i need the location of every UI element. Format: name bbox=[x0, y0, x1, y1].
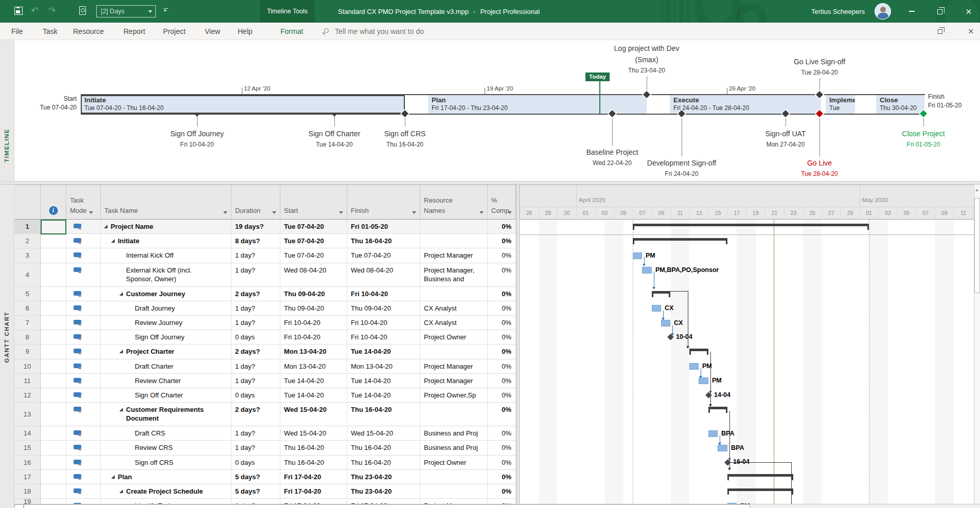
row-number[interactable]: 8 bbox=[14, 330, 41, 344]
cell-start[interactable]: Tue 07-04-20 bbox=[280, 248, 347, 263]
task-bar[interactable] bbox=[708, 430, 718, 437]
summary-bar[interactable] bbox=[708, 407, 727, 409]
task-bar[interactable] bbox=[652, 305, 661, 312]
doc-close-button[interactable]: ✕ bbox=[963, 23, 978, 40]
cell-start[interactable]: Tue 07-04-20 bbox=[280, 220, 347, 234]
selected-cell[interactable] bbox=[41, 220, 66, 234]
redo-icon[interactable]: ↷ bbox=[48, 5, 56, 16]
cell-dur[interactable]: 1 day? bbox=[231, 426, 280, 441]
cell-start[interactable]: Tue 07-04-20 bbox=[280, 234, 347, 248]
cell-dur[interactable]: 1 day? bbox=[231, 374, 280, 388]
cell-start[interactable]: Fri 17-04-20 bbox=[280, 470, 347, 484]
cell-start[interactable]: Thu 09-04-20 bbox=[280, 301, 347, 316]
row-number[interactable]: 5 bbox=[14, 287, 41, 301]
cell-finish[interactable]: Thu 23-04-20 bbox=[347, 484, 420, 499]
gantt-chart-area[interactable]: April 2020May 20202628300103050709111315… bbox=[520, 185, 974, 504]
cell-dur[interactable]: 2 days? bbox=[231, 344, 280, 359]
menu-tab-file[interactable]: File bbox=[11, 23, 23, 40]
cell-info[interactable] bbox=[41, 484, 66, 499]
cell-pct[interactable]: 0% bbox=[488, 248, 516, 263]
row-number[interactable]: 18 bbox=[14, 484, 41, 499]
cell-mode[interactable] bbox=[66, 456, 101, 470]
scroll-up-icon[interactable] bbox=[975, 189, 978, 191]
row-number[interactable]: 7 bbox=[14, 316, 41, 330]
cell-name[interactable]: Draft Charter bbox=[101, 359, 231, 374]
menu-tab-view[interactable]: View bbox=[205, 23, 220, 40]
row-number[interactable]: 9 bbox=[14, 344, 41, 359]
timeline-tools-tab[interactable]: Timeline Tools bbox=[260, 0, 315, 23]
cell-pct[interactable]: 0% bbox=[488, 388, 516, 403]
cell-res[interactable] bbox=[420, 220, 488, 234]
customize-qat-button[interactable] bbox=[164, 8, 168, 12]
cell-pct[interactable]: 0% bbox=[488, 456, 516, 470]
cell-info[interactable] bbox=[41, 388, 66, 403]
cell-info[interactable] bbox=[41, 470, 66, 484]
cell-finish[interactable]: Fri 10-04-20 bbox=[347, 330, 420, 344]
close-button[interactable]: ✕ bbox=[957, 0, 980, 23]
cell-mode[interactable] bbox=[66, 248, 101, 263]
cell-name[interactable]: Initiate bbox=[101, 234, 231, 248]
cell-name[interactable]: Sign off CRS bbox=[101, 456, 231, 470]
cell-finish[interactable]: Wed 15-04-20 bbox=[347, 426, 420, 441]
cell-start[interactable]: Fri 10-04-20 bbox=[280, 316, 347, 330]
milestone-marker[interactable] bbox=[194, 113, 200, 117]
task-bar[interactable] bbox=[718, 445, 727, 451]
sort-arrow-icon[interactable] bbox=[479, 211, 484, 214]
column-header-name[interactable]: Task Name bbox=[101, 185, 231, 220]
cell-name[interactable]: Customer Requirements Document bbox=[101, 403, 231, 426]
cell-dur[interactable]: 2 days? bbox=[231, 403, 280, 426]
cell-res[interactable] bbox=[420, 287, 488, 301]
cell-res[interactable]: Project Owner bbox=[420, 330, 488, 344]
cell-name[interactable]: Plan bbox=[101, 470, 231, 484]
row-number[interactable]: 14 bbox=[14, 426, 41, 441]
timeline-pane[interactable]: InitiateTue 07-04-20 - Thu 16-04-20PlanF… bbox=[14, 40, 980, 181]
summary-bar[interactable] bbox=[633, 224, 869, 226]
cell-finish[interactable]: Thu 09-04-20 bbox=[347, 301, 420, 316]
cell-res[interactable]: CX Analyst bbox=[420, 301, 488, 316]
sort-arrow-icon[interactable] bbox=[89, 211, 93, 214]
milestone-marker[interactable] bbox=[331, 113, 337, 117]
cell-info[interactable] bbox=[41, 301, 66, 316]
row-number[interactable]: 11 bbox=[14, 374, 41, 388]
cell-mode[interactable] bbox=[66, 426, 101, 441]
task-bar[interactable] bbox=[699, 377, 708, 384]
cell-dur[interactable]: 19 days? bbox=[231, 220, 280, 234]
cell-res[interactable]: Project Owner,Sp bbox=[420, 388, 488, 403]
menu-tab-help[interactable]: Help bbox=[238, 23, 253, 40]
cell-finish[interactable]: Thu 16-04-20 bbox=[347, 234, 420, 248]
summary-bar[interactable] bbox=[689, 349, 708, 351]
cell-mode[interactable] bbox=[66, 359, 101, 374]
cell-start[interactable]: Thu 16-04-20 bbox=[280, 456, 347, 470]
menu-tab-task[interactable]: Task bbox=[43, 23, 58, 40]
menu-tab-resource[interactable]: Resource bbox=[73, 23, 104, 40]
cell-finish[interactable]: Mon 13-04-20 bbox=[347, 359, 420, 374]
scroll-left-button[interactable] bbox=[14, 504, 24, 508]
cell-dur[interactable]: 0 days bbox=[231, 456, 280, 470]
summary-bar[interactable] bbox=[633, 238, 727, 241]
cell-dur[interactable]: 1 day? bbox=[231, 248, 280, 263]
cell-res[interactable]: CX Analyst bbox=[420, 316, 488, 330]
cell-dur[interactable]: 8 days? bbox=[231, 234, 280, 248]
cell-info[interactable] bbox=[41, 287, 66, 301]
print-preview-icon[interactable] bbox=[79, 6, 86, 15]
cell-pct[interactable]: 0% bbox=[488, 344, 516, 359]
cell-dur[interactable]: 5 days? bbox=[231, 470, 280, 484]
task-bar[interactable] bbox=[642, 267, 652, 274]
summary-bar[interactable] bbox=[727, 474, 793, 477]
cell-info[interactable] bbox=[41, 403, 66, 426]
vertical-scroll-thumb[interactable] bbox=[974, 198, 980, 293]
menu-tab-report[interactable]: Report bbox=[123, 23, 145, 40]
expand-icon[interactable] bbox=[119, 489, 123, 493]
horizontal-scroll-thumb[interactable] bbox=[24, 504, 750, 508]
summary-bar[interactable] bbox=[727, 488, 793, 491]
task-bar[interactable] bbox=[633, 252, 642, 259]
cell-mode[interactable] bbox=[66, 301, 101, 316]
save-icon[interactable] bbox=[14, 7, 23, 15]
cell-res[interactable]: Business and Proj bbox=[420, 426, 488, 441]
cell-dur[interactable]: 0 days bbox=[231, 330, 280, 344]
column-header-pct[interactable]: %Comp bbox=[488, 185, 516, 220]
cell-start[interactable]: Thu 09-04-20 bbox=[280, 287, 347, 301]
cell-mode[interactable] bbox=[66, 263, 101, 287]
vertical-scrollbar[interactable] bbox=[974, 185, 980, 504]
cell-pct[interactable]: 0% bbox=[488, 287, 516, 301]
